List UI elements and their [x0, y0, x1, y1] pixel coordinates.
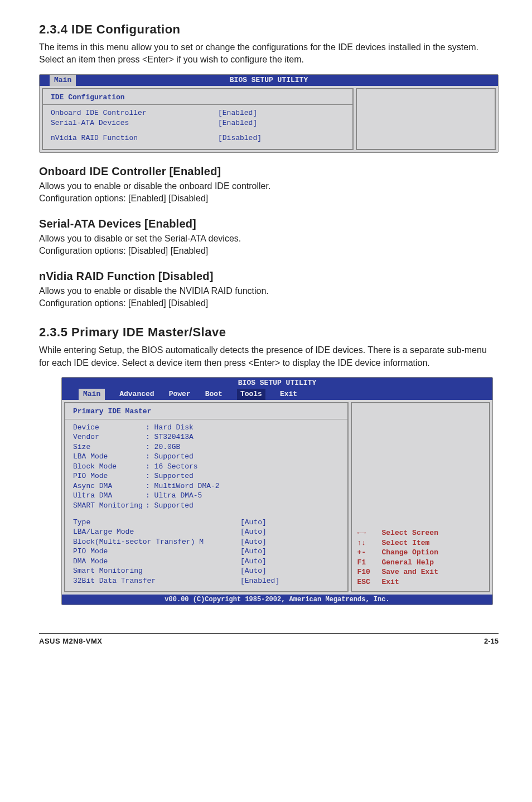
bios-row-key: nVidia RAID Function [51, 133, 218, 143]
bios-copyright-footer: v00.00 (C)Copyright 1985-2002, American … [62, 595, 492, 605]
bios-row-key: Serial-ATA Devices [51, 118, 218, 128]
bios-help-panel [356, 88, 496, 150]
bios-help-row: ←→Select Screen [357, 528, 483, 538]
bios-row[interactable]: Onboard IDE Controller [Enabled] [51, 108, 345, 118]
bios-row-val: [Disabled] [218, 133, 262, 143]
sub-options: Configuration options: [Disabled] [Enabl… [39, 245, 499, 257]
bios-help-panel: ←→Select Screen ↑↓Select Item +-Change O… [351, 402, 490, 592]
sub-body: Allows you to disable or set the Serial-… [39, 233, 499, 245]
bios-tab-advanced[interactable]: Advanced [119, 389, 154, 400]
footer-product: ASUS M2N8-VMX [39, 637, 102, 645]
bios-row-val: [Enabled] [218, 118, 257, 128]
bios-row[interactable]: Serial-ATA Devices [Enabled] [51, 118, 345, 128]
bios-help-row: +-Change Option [357, 548, 483, 558]
bios-info-row: Vendor: ST320413A [73, 432, 340, 442]
bios-help-row: F1General Help [357, 558, 483, 568]
bios-info-row: Async DMA: MultiWord DMA-2 [73, 481, 340, 491]
bios-panel-primary-ide: BIOS SETUP UTILITY Main Advanced Power B… [61, 377, 493, 605]
bios-info-row: PIO Mode: Supported [73, 471, 340, 481]
bios-info-row: Size: 20.0GB [73, 442, 340, 452]
bios-tab-tools[interactable]: Tools [237, 389, 265, 400]
bios-panel-title: Primary IDE Master [73, 407, 340, 417]
section-heading-ide-config: 2.3.4 IDE Configuration [39, 22, 499, 37]
bios-tab-main[interactable]: Main [79, 389, 105, 400]
bios-setting-row[interactable]: 32Bit Data Transfer[Enabled] [73, 576, 340, 586]
bios-tab-exit[interactable]: Exit [280, 389, 297, 400]
sub-body: Allows you to enable or disable the onbo… [39, 180, 499, 192]
bios-help-row: ESCExit [357, 577, 483, 587]
page-footer: ASUS M2N8-VMX 2-15 [39, 633, 499, 645]
bios-title-text: BIOS SETUP UTILITY [230, 76, 308, 84]
bios-row[interactable]: nVidia RAID Function [Disabled] [51, 133, 345, 143]
bios-row-val: [Enabled] [218, 108, 257, 118]
bios-setting-row[interactable]: PIO Mode[Auto] [73, 547, 340, 557]
section-heading-primary-ide: 2.3.5 Primary IDE Master/Slave [39, 325, 499, 340]
bios-title-bar: Main BIOS SETUP UTILITY [40, 75, 498, 86]
bios-info-row: Device: Hard Disk [73, 423, 340, 433]
bios-help-row: ↑↓Select Item [357, 538, 483, 548]
bios-panel-title: IDE Configuration [51, 93, 345, 103]
bios-menu-row: Main Advanced Power Boot Tools Exit [62, 389, 492, 400]
bios-setting-row[interactable]: Block(Multi-sector Transfer) M[Auto] [73, 537, 340, 547]
footer-page-number: 2-15 [484, 637, 499, 645]
bios-setting-row[interactable]: DMA Mode[Auto] [73, 557, 340, 567]
section-intro-ide-config: The items in this menu allow you to set … [39, 41, 499, 66]
sub-body: Allows you to enable or disable the NVID… [39, 285, 499, 297]
subheading-serial-ata: Serial-ATA Devices [Enabled] [39, 218, 499, 230]
sub-options: Configuration options: [Enabled] [Disabl… [39, 297, 499, 310]
subheading-onboard-ide: Onboard IDE Controller [Enabled] [39, 165, 499, 178]
bios-info-row: SMART Monitoring: Supported [73, 501, 340, 511]
bios-setting-row[interactable]: Type[Auto] [73, 518, 340, 528]
bios-info-row: LBA Mode: Supported [73, 452, 340, 462]
sub-options: Configuration options: [Enabled] [Disabl… [39, 192, 499, 205]
bios-panel-ide-config: Main BIOS SETUP UTILITY IDE Configuratio… [39, 74, 499, 153]
bios-setting-row[interactable]: Smart Monitoring[Auto] [73, 566, 340, 576]
bios-tab-main[interactable]: Main [50, 75, 76, 86]
bios-info-row: Ultra DMA: Ultra DMA-5 [73, 491, 340, 501]
subheading-nvidia-raid: nVidia RAID Function [Disabled] [39, 270, 499, 283]
bios-tab-boot[interactable]: Boot [205, 389, 223, 400]
section-intro-primary-ide: While entering Setup, the BIOS automatic… [39, 344, 499, 369]
bios-info-row: Block Mode: 16 Sectors [73, 462, 340, 472]
bios-tab-power[interactable]: Power [169, 389, 191, 400]
bios-title-bar: BIOS SETUP UTILITY [62, 378, 492, 389]
bios-row-key: Onboard IDE Controller [51, 108, 218, 118]
bios-title-text: BIOS SETUP UTILITY [238, 379, 316, 387]
bios-setting-row[interactable]: LBA/Large Mode[Auto] [73, 527, 340, 537]
bios-help-row: F10Save and Exit [357, 567, 483, 577]
